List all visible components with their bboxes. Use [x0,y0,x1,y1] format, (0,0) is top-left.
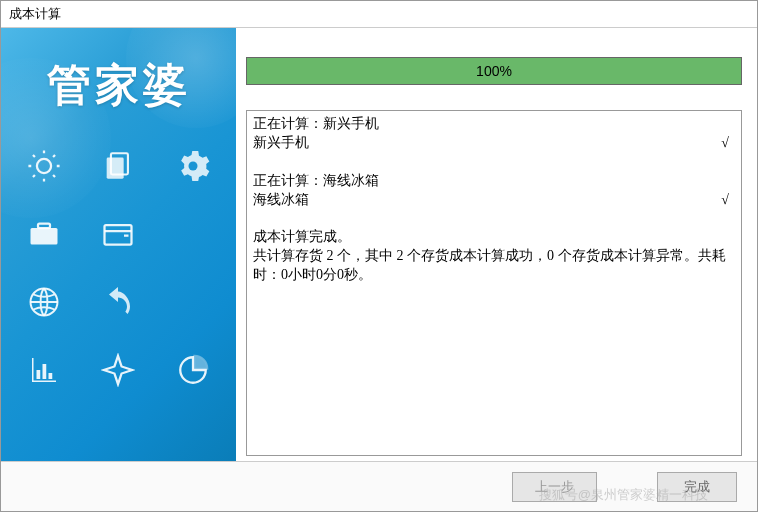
log-line: 海线冰箱√ [253,191,735,210]
svg-rect-10 [49,373,53,379]
done-button[interactable]: 完成 [657,472,737,502]
sidebar-icon-grid [21,148,216,388]
log-summary: 成本计算完成。 共计算存货 2 个，其中 2 个存货成本计算成功，0 个存货成本… [253,228,735,285]
progress-section: 100% [246,43,742,98]
undo-icon [95,284,141,320]
svg-point-0 [37,159,51,173]
log-line: 正在计算：海线冰箱 [253,172,735,191]
svg-rect-2 [107,158,124,179]
blank-icon [170,216,216,252]
pie-chart-icon [170,352,216,388]
footer-buttons: 上一步 完成 [1,461,757,511]
star-icon [95,352,141,388]
log-line: 新兴手机√ [253,134,735,153]
prev-button[interactable]: 上一步 [512,472,597,502]
log-line [253,153,735,172]
bar-chart-icon [21,352,67,388]
window-title: 成本计算 [1,1,757,28]
progress-percent-label: 100% [476,63,512,79]
content-area: 管家婆 [1,28,757,461]
log-line: 正在计算：新兴手机 [253,115,735,134]
gear-icon [170,148,216,184]
log-line [253,209,735,228]
progress-bar: 100% [246,57,742,85]
svg-rect-5 [38,224,50,229]
files-icon [95,148,141,184]
sun-icon [21,148,67,184]
blank2-icon [170,284,216,320]
main-panel: 100% 正在计算：新兴手机新兴手机√ 正在计算：海线冰箱海线冰箱√ 成本计算完… [236,28,757,461]
globe-icon [21,284,67,320]
cost-calc-window: 成本计算 管家婆 [0,0,758,512]
svg-rect-4 [31,228,58,245]
svg-rect-8 [37,370,41,379]
briefcase-icon [21,216,67,252]
log-output: 正在计算：新兴手机新兴手机√ 正在计算：海线冰箱海线冰箱√ 成本计算完成。 共计… [246,110,742,456]
wallet-icon [95,216,141,252]
sidebar: 管家婆 [1,28,236,461]
svg-rect-9 [43,364,47,379]
svg-point-3 [188,162,197,171]
brand-logo: 管家婆 [1,56,236,115]
